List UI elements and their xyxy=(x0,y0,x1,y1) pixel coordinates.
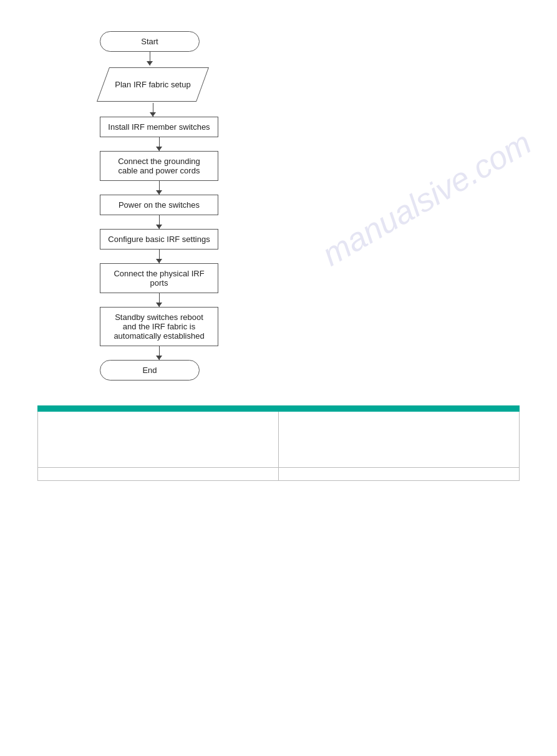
page-content: manualsive.com Start Plan IRF fabric set… xyxy=(0,0,557,500)
node-start: Start xyxy=(100,31,200,52)
flowchart-end-item: End xyxy=(100,360,200,380)
table-row xyxy=(38,468,520,481)
connect-grounding-node: Connect the grounding cable and power co… xyxy=(100,151,218,181)
end-node: End xyxy=(100,360,200,380)
table-cell-2-1 xyxy=(38,468,279,481)
standby-node: Standby switches reboot and the IRF fabr… xyxy=(100,307,218,346)
table-row xyxy=(38,412,520,468)
node-power: Power on the switches xyxy=(100,195,218,215)
table-header-col1 xyxy=(38,406,279,412)
node-standby: Standby switches reboot and the IRF fabr… xyxy=(100,307,218,346)
arrow-2 xyxy=(153,103,153,117)
configure-node: Configure basic IRF settings xyxy=(100,229,218,250)
node-configure: Configure basic IRF settings xyxy=(100,229,218,250)
flowchart-start-item: Start xyxy=(100,31,200,65)
arrow-4 xyxy=(159,181,160,195)
table-cell-1-2 xyxy=(279,412,520,468)
arrow-1 xyxy=(150,52,150,65)
node-plan: Plan IRF fabric setup xyxy=(100,65,206,103)
flowchart-connect-irf-item: Connect the physical IRF ports xyxy=(100,263,218,307)
arrow-6 xyxy=(159,250,160,263)
flowchart-connect-grounding-item: Connect the grounding cable and power co… xyxy=(100,151,218,195)
arrow-7 xyxy=(159,293,160,307)
flowchart-configure-item: Configure basic IRF settings xyxy=(100,229,218,263)
node-end: End xyxy=(100,360,200,380)
flowchart-plan-item: Plan IRF fabric setup xyxy=(100,65,206,117)
table-cell-2-2 xyxy=(279,468,520,481)
flowchart-standby-item: Standby switches reboot and the IRF fabr… xyxy=(100,307,218,360)
table-header-row xyxy=(38,406,520,412)
flowchart-power-item: Power on the switches xyxy=(100,195,218,229)
table-header-col2 xyxy=(279,406,520,412)
arrow-8 xyxy=(159,346,160,360)
start-node: Start xyxy=(100,31,200,52)
diamond-text: Plan IRF fabric setup xyxy=(115,80,190,89)
node-connect-irf: Connect the physical IRF ports xyxy=(100,263,218,293)
connect-irf-node: Connect the physical IRF ports xyxy=(100,263,218,293)
node-connect-grounding: Connect the grounding cable and power co… xyxy=(100,151,218,181)
diamond-wrapper: Plan IRF fabric setup xyxy=(100,65,206,103)
arrow-5 xyxy=(159,215,160,229)
flowchart: Start Plan IRF fabric setup Install IRF … xyxy=(100,31,520,380)
flowchart-install-item: Install IRF member switches xyxy=(100,117,218,151)
arrow-3 xyxy=(159,137,160,151)
power-node: Power on the switches xyxy=(100,195,218,215)
table-cell-1-1 xyxy=(38,412,279,468)
data-table xyxy=(37,405,520,481)
node-install: Install IRF member switches xyxy=(100,117,218,137)
install-node: Install IRF member switches xyxy=(100,117,218,137)
